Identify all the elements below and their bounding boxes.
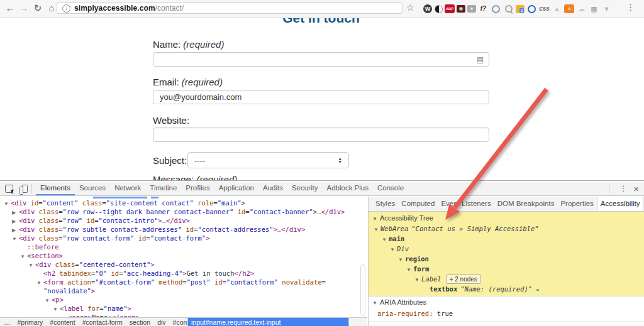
dom-tree-row[interactable]: ▼<div class="row contact-form" id="conta… [0, 234, 367, 242]
disclosure-open-icon[interactable]: ▼ [28, 261, 35, 269]
screen-recorder-icon[interactable]: ◉ [457, 5, 465, 13]
tab-timeline[interactable]: Timeline [145, 182, 181, 195]
accessibility-tree-row[interactable]: ▼WebArea"Contact us » Simply Accessible" [369, 224, 644, 234]
address-bar[interactable]: i simplyaccessible.com/contact/ [57, 3, 402, 14]
website-input[interactable] [153, 128, 489, 142]
breadcrumb-item[interactable]: section [130, 318, 150, 326]
dom-tree-row[interactable]: ▶<div class="row row--tight dark banner … [0, 207, 367, 216]
tab-profiles[interactable]: Profiles [181, 182, 214, 195]
inspect-element-icon[interactable] [5, 185, 13, 193]
accessibility-tree-row[interactable]: ▼main [369, 234, 644, 244]
accessibility-tree-row[interactable]: ▼form [369, 264, 644, 274]
ax-nodes-badge[interactable]: + 2 nodes [446, 274, 481, 284]
camera-icon[interactable]: ● [467, 5, 476, 13]
disclosure-open-icon[interactable]: ▼ [53, 305, 60, 313]
dom-tree-row[interactable]: ▼<section> [0, 251, 367, 260]
gear-icon[interactable] [491, 4, 501, 14]
qr-icon[interactable]: ▦ [589, 4, 599, 14]
h-docs-icon[interactable]: H [564, 4, 574, 13]
page-info-icon[interactable]: i [62, 4, 70, 13]
breadcrumb-item[interactable]: input#name.required.text-input [187, 317, 349, 326]
disclosure-open-icon[interactable]: ▼ [12, 235, 19, 242]
disclosure-open-icon[interactable]: ▼ [406, 265, 413, 274]
tab-adblock-plus[interactable]: Adblock Plus [322, 182, 372, 195]
tab-security[interactable]: Security [287, 182, 323, 195]
forward-icon[interactable]: → [18, 1, 30, 15]
dom-tree-row[interactable]: <h2 tabindex="0" id="acc-heading-4">Get … [0, 269, 367, 278]
disclosure-open-icon[interactable]: ▼ [36, 279, 43, 286]
dom-tree-row[interactable]: <span>Name:</span> [0, 313, 367, 317]
autofill-icon[interactable]: ▤ [477, 55, 484, 64]
calendar-icon[interactable]: 3 [516, 5, 525, 13]
tab-audits[interactable]: Audits [258, 182, 287, 195]
breadcrumb-item[interactable]: #contact-form [82, 318, 123, 326]
select-stepper-icon: ▲▼ [338, 157, 342, 164]
sidebar-tab-computed[interactable]: Computed [398, 197, 438, 211]
dom-tree-row[interactable]: ::before [0, 242, 367, 251]
dom-tree-row[interactable]: ▶<div class="row subtle contact-addresse… [0, 225, 367, 234]
tab-console[interactable]: Console [373, 182, 408, 195]
accessibility-tree-row[interactable]: ▼Label+ 2 nodes [369, 274, 644, 285]
device-toolbar-icon[interactable] [22, 185, 28, 193]
breadcrumb-item[interactable]: #primary [18, 318, 43, 326]
wordpress-icon[interactable]: W [423, 4, 432, 13]
dom-tree-row[interactable]: ▼<div id="content" class="site-content c… [0, 198, 367, 207]
disclosure-open-icon[interactable]: ▼ [20, 253, 27, 260]
sidebar-tab-accessibility[interactable]: Accessibility [597, 197, 644, 211]
disclosure-closed-icon[interactable]: ▶ [12, 209, 19, 216]
dom-tree-row[interactable]: ▼<div class="centered-content"> [0, 260, 367, 269]
subject-select[interactable]: ---- ▲▼ [187, 152, 349, 168]
adblock-plus-icon[interactable]: ABP [445, 4, 455, 13]
breadcrumb-item[interactable]: … [4, 318, 11, 326]
dom-tree-row[interactable]: ▼<label for="name"> [0, 304, 367, 313]
home-icon[interactable]: ⌂ [45, 1, 58, 15]
web-developer-icon[interactable] [526, 4, 537, 14]
disclosure-closed-icon[interactable]: ▶ [12, 217, 19, 225]
disclosure-open-icon[interactable]: ▼ [390, 245, 397, 254]
tab-elements[interactable]: Elements [36, 182, 75, 195]
dom-tree-row[interactable]: ▼<p> [0, 295, 367, 304]
disclosure-open-icon[interactable]: ▼ [4, 200, 11, 207]
sidebar-tab-dom-breakpoints[interactable]: DOM Breakpoints [494, 197, 558, 211]
magnifier-icon[interactable] [503, 4, 514, 14]
tab-application[interactable]: Application [214, 182, 258, 195]
sidebar-tab-properties[interactable]: Properties [557, 197, 596, 211]
reload-icon[interactable]: ↻ [31, 1, 44, 15]
devtools-menu-icon[interactable]: ⋮ [619, 184, 627, 193]
disclosure-open-icon[interactable]: ▼ [374, 225, 380, 234]
disclosure-closed-icon[interactable]: ▶ [12, 226, 19, 234]
disclosure-open-icon[interactable]: ▼ [45, 296, 52, 304]
disclosure-open-icon[interactable]: ▼ [382, 235, 389, 244]
css-icon[interactable]: css [539, 4, 550, 14]
elements-scrollbar[interactable] [360, 264, 365, 316]
email-input[interactable] [153, 90, 489, 104]
back-icon[interactable]: ← [4, 1, 16, 15]
dom-tree-row[interactable]: ▶<div class="row" id="contact-intro">…</… [0, 216, 367, 225]
sidebar-tab-event-listeners[interactable]: Event Listeners [438, 197, 494, 211]
breadcrumb-item[interactable]: div [157, 318, 165, 326]
devtools-close-icon[interactable]: × [633, 183, 639, 194]
accessibility-tree-row[interactable]: ▼Div [369, 244, 644, 254]
dom-tree-row[interactable]: ▼<form action="#contact-form" method="po… [0, 278, 367, 286]
ax-value: "Contact us » Simply Accessible" [411, 225, 538, 232]
cloud-icon[interactable]: ☁ [576, 4, 587, 14]
name-input[interactable] [153, 52, 489, 67]
contrast-icon[interactable] [435, 5, 443, 13]
triangle-icon[interactable]: ▲ [552, 4, 562, 14]
disclosure-open-icon[interactable]: ▼ [398, 255, 405, 264]
accessibility-tree-row[interactable]: ▼region [369, 254, 644, 264]
bookmark-star-icon[interactable]: ☆ [406, 3, 414, 13]
tab-network[interactable]: Network [110, 182, 145, 195]
browser-menu-icon[interactable]: ⋮ [626, 3, 635, 12]
accessibility-tree-section[interactable]: ▼Accessibility Tree [372, 214, 433, 222]
accessibility-tree-row[interactable]: textbox"Name: (required)"◄ [369, 285, 644, 295]
tab-sources[interactable]: Sources [75, 182, 110, 195]
breadcrumb-item[interactable]: #content [50, 318, 75, 326]
chevron-icon[interactable]: ▼ [601, 4, 612, 14]
function-icon[interactable]: f? [478, 4, 489, 14]
aria-attributes-section[interactable]: ▼ARIA Attributes [372, 298, 426, 306]
disclosure-open-icon[interactable]: ▼ [414, 275, 421, 285]
dom-tree-row[interactable]: "novalidate"> [0, 286, 367, 295]
ax-role: region [405, 255, 429, 263]
sidebar-tab-styles[interactable]: Styles [372, 197, 398, 211]
